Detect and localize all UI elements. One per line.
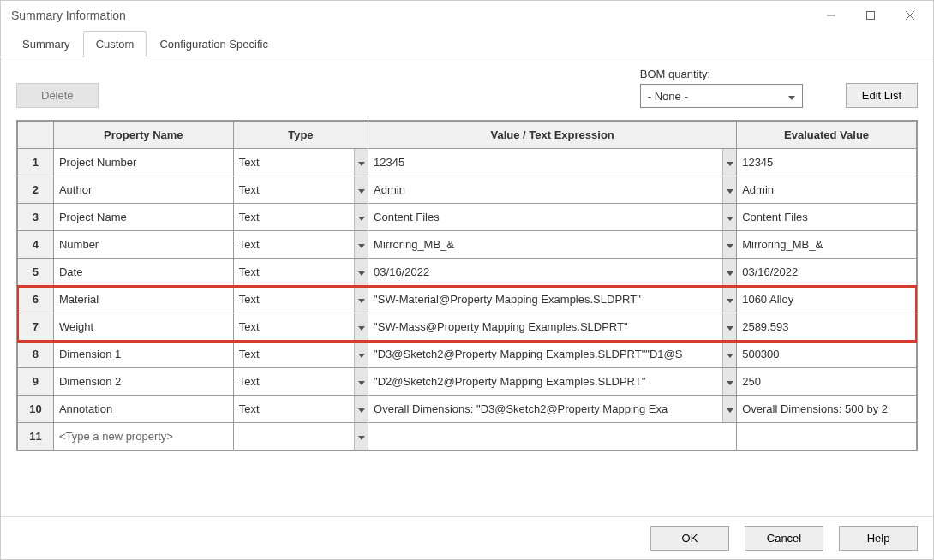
chevron-down-icon — [727, 348, 733, 360]
type-dropdown-button[interactable] — [354, 286, 368, 313]
cell-evaluated-value — [737, 423, 917, 450]
table-row[interactable]: 4NumberTextMirroring_MB_&Mirroring_MB_& — [18, 231, 917, 259]
chevron-down-icon — [727, 238, 733, 251]
cell-type[interactable]: Text — [233, 341, 368, 368]
close-button[interactable] — [890, 3, 930, 27]
cell-type[interactable]: Text — [233, 231, 368, 259]
value-dropdown-button[interactable] — [722, 231, 736, 258]
cell-value-expression[interactable] — [368, 423, 737, 450]
table-row[interactable]: 10AnnotationTextOverall Dimensions: "D3@… — [18, 396, 917, 423]
cell-evaluated-value: 1060 Alloy — [737, 286, 917, 313]
cell-evaluated-value: Content Files — [737, 204, 917, 231]
cell-property-name[interactable]: Weight — [53, 313, 233, 341]
cell-value-expression[interactable]: "SW-Mass@Property Mapping Examples.SLDPR… — [368, 313, 737, 341]
value-dropdown-button[interactable] — [722, 259, 736, 285]
cell-type[interactable]: Text — [233, 368, 368, 396]
cell-type[interactable]: Text — [233, 149, 368, 176]
cell-new-property[interactable]: <Type a new property> — [53, 423, 233, 450]
table-row[interactable]: 6MaterialText"SW-Material@Property Mappi… — [18, 286, 917, 313]
cell-property-name[interactable]: Project Number — [53, 149, 233, 176]
cell-value-expression[interactable]: Admin — [368, 176, 737, 204]
chevron-down-icon — [727, 320, 733, 333]
tab-configuration-specific[interactable]: Configuration Specific — [147, 31, 280, 57]
row-number: 4 — [18, 231, 54, 259]
cell-property-name[interactable]: Dimension 2 — [53, 368, 233, 396]
table-row[interactable]: 9Dimension 2Text"D2@Sketch2@Property Map… — [18, 368, 917, 396]
chevron-down-icon — [358, 375, 365, 388]
type-dropdown-button[interactable] — [354, 423, 368, 450]
row-number: 5 — [18, 259, 54, 286]
value-dropdown-button[interactable] — [722, 368, 736, 395]
value-dropdown-button[interactable] — [722, 286, 736, 313]
type-dropdown-button[interactable] — [354, 204, 368, 230]
table-row[interactable]: 1Project NumberText1234512345 — [18, 149, 917, 176]
type-dropdown-button[interactable] — [354, 368, 368, 395]
value-dropdown-button[interactable] — [722, 204, 736, 230]
cell-type[interactable]: Text — [233, 204, 368, 231]
value-dropdown-button[interactable] — [722, 341, 736, 367]
table-row[interactable]: 8Dimension 1Text"D3@Sketch2@Property Map… — [18, 341, 917, 368]
cell-value-expression[interactable]: Mirroring_MB_& — [368, 231, 737, 259]
cell-value-expression[interactable]: Overall Dimensions: "D3@Sketch2@Property… — [368, 396, 737, 423]
cell-type[interactable]: Text — [233, 313, 368, 341]
cell-value-expression[interactable]: 12345 — [368, 149, 737, 176]
table-row[interactable]: 7WeightText"SW-Mass@Property Mapping Exa… — [18, 313, 917, 341]
type-dropdown-button[interactable] — [354, 341, 368, 367]
chevron-down-icon — [358, 320, 365, 333]
row-number: 3 — [18, 204, 54, 231]
cell-evaluated-value: Mirroring_MB_& — [737, 231, 917, 259]
table-header-row: Property Name Type Value / Text Expressi… — [18, 122, 917, 149]
chevron-down-icon — [358, 293, 365, 306]
table-row[interactable]: 3Project NameTextContent FilesContent Fi… — [18, 204, 917, 231]
ok-button[interactable]: OK — [650, 526, 729, 551]
bom-quantity-group: BOM quantity: - None - — [640, 68, 803, 108]
cell-type[interactable] — [233, 423, 368, 450]
value-dropdown-button[interactable] — [722, 149, 736, 176]
window-root: Summary Information Summary Custom Confi… — [0, 0, 934, 560]
chevron-down-icon — [358, 348, 365, 360]
cell-value-expression[interactable]: 03/16/2022 — [368, 259, 737, 286]
type-dropdown-button[interactable] — [354, 149, 368, 176]
type-dropdown-button[interactable] — [354, 259, 368, 285]
type-dropdown-button[interactable] — [354, 396, 368, 422]
minimize-button[interactable] — [811, 3, 851, 27]
chevron-down-icon — [727, 265, 733, 278]
value-dropdown-button[interactable] — [722, 313, 736, 340]
cell-property-name[interactable]: Material — [53, 286, 233, 313]
cell-value-expression[interactable]: "SW-Material@Property Mapping Examples.S… — [368, 286, 737, 313]
cell-value-expression[interactable]: Content Files — [368, 204, 737, 231]
maximize-button[interactable] — [851, 3, 890, 27]
chevron-down-icon — [727, 156, 733, 169]
properties-table-wrap: Property Name Type Value / Text Expressi… — [16, 120, 918, 451]
type-dropdown-button[interactable] — [354, 231, 368, 258]
value-dropdown-button[interactable] — [722, 176, 736, 203]
cell-type[interactable]: Text — [233, 259, 368, 286]
cell-value-expression[interactable]: "D3@Sketch2@Property Mapping Examples.SL… — [368, 341, 737, 368]
svg-rect-1 — [867, 12, 875, 20]
table-row-new[interactable]: 11<Type a new property> — [18, 423, 917, 450]
help-button[interactable]: Help — [839, 526, 918, 551]
tab-summary[interactable]: Summary — [9, 31, 83, 57]
bom-quantity-select[interactable]: - None - — [640, 84, 803, 108]
delete-button[interactable]: Delete — [16, 83, 99, 108]
cell-property-name[interactable]: Dimension 1 — [53, 341, 233, 368]
cell-property-name[interactable]: Date — [53, 259, 233, 286]
type-dropdown-button[interactable] — [354, 176, 368, 203]
edit-list-button[interactable]: Edit List — [846, 83, 918, 108]
tab-custom[interactable]: Custom — [83, 31, 147, 57]
chevron-down-icon — [788, 90, 795, 103]
cancel-button[interactable]: Cancel — [745, 526, 823, 551]
cell-property-name[interactable]: Annotation — [53, 396, 233, 423]
table-row[interactable]: 2AuthorTextAdminAdmin — [18, 176, 917, 204]
cell-property-name[interactable]: Project Name — [53, 204, 233, 231]
cell-evaluated-value: 250 — [737, 368, 917, 396]
cell-property-name[interactable]: Author — [53, 176, 233, 204]
cell-type[interactable]: Text — [233, 176, 368, 204]
table-row[interactable]: 5DateText03/16/202203/16/2022 — [18, 259, 917, 286]
value-dropdown-button[interactable] — [722, 396, 736, 422]
cell-property-name[interactable]: Number — [53, 231, 233, 259]
cell-type[interactable]: Text — [233, 396, 368, 423]
cell-type[interactable]: Text — [233, 286, 368, 313]
type-dropdown-button[interactable] — [354, 313, 368, 340]
cell-value-expression[interactable]: "D2@Sketch2@Property Mapping Examples.SL… — [368, 368, 737, 396]
